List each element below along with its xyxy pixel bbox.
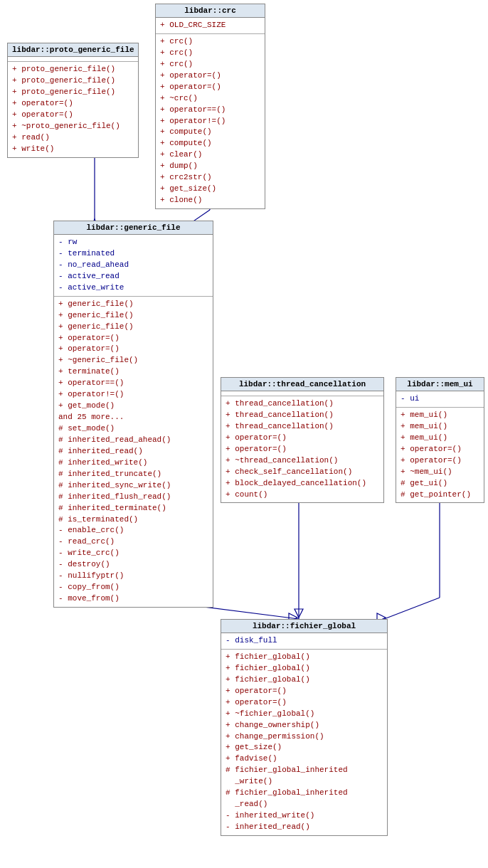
attr: - no_read_ahead bbox=[58, 260, 208, 271]
method: + change_ownership() bbox=[226, 720, 383, 731]
class-fichier-global: libdar::fichier_global - disk_full + fic… bbox=[221, 619, 388, 836]
method: + generic_file() bbox=[58, 322, 208, 333]
class-crc: libdar::crc + OLD_CRC_SIZE + crc() + crc… bbox=[155, 4, 265, 209]
class-proto-generic-file: libdar::proto_generic_file + proto_gener… bbox=[7, 43, 139, 158]
class-title-crc: libdar::crc bbox=[156, 4, 265, 18]
method: + operator=() bbox=[226, 686, 383, 697]
method: # inherited_terminate() bbox=[58, 503, 208, 514]
method: + operator=() bbox=[58, 344, 208, 355]
method: + ~crc() bbox=[160, 93, 260, 105]
method: # set_mode() bbox=[58, 423, 208, 435]
class-section-attrs-crc: + OLD_CRC_SIZE bbox=[156, 18, 265, 34]
method: + crc() bbox=[160, 48, 260, 59]
method: + operator=() bbox=[12, 110, 134, 121]
method: + clear() bbox=[160, 149, 260, 161]
method: + clone() bbox=[160, 195, 260, 206]
method: + operator=() bbox=[160, 70, 260, 82]
method: + ~generic_file() bbox=[58, 355, 208, 366]
method: + mem_ui() bbox=[401, 410, 479, 421]
class-section-methods-crc: + crc() + crc() + crc() + operator=() + … bbox=[156, 34, 265, 208]
method: + fichier_global() bbox=[226, 663, 383, 674]
method: # is_terminated() bbox=[58, 514, 208, 526]
class-section-methods-fichier: + fichier_global() + fichier_global() + … bbox=[221, 650, 387, 835]
method: # fichier_global_inherited bbox=[226, 765, 383, 776]
method: # inherited_write() bbox=[58, 457, 208, 469]
attr: - ui bbox=[401, 393, 479, 405]
method: # inherited_read() bbox=[58, 446, 208, 457]
method: + fichier_global() bbox=[226, 652, 383, 663]
attr: - active_write bbox=[58, 282, 208, 294]
method: - enable_crc() bbox=[58, 525, 208, 536]
method: + operator!=() bbox=[160, 116, 260, 127]
method: # get_pointer() bbox=[401, 489, 479, 501]
class-section-attrs-generic: - rw - terminated - no_read_ahead - acti… bbox=[54, 235, 213, 297]
method: + ~proto_generic_file() bbox=[12, 121, 134, 132]
method: + proto_generic_file() bbox=[12, 75, 134, 87]
method: + crc2str() bbox=[160, 172, 260, 184]
method: + thread_cancellation() bbox=[226, 410, 379, 421]
method: + crc() bbox=[160, 36, 260, 48]
class-title-generic-file: libdar::generic_file bbox=[54, 221, 213, 235]
method: - read_crc() bbox=[58, 536, 208, 548]
method: and 25 more... bbox=[58, 412, 208, 423]
method: + thread_cancellation() bbox=[226, 421, 379, 433]
method: + ~fichier_global() bbox=[226, 709, 383, 720]
method: + operator=() bbox=[12, 98, 134, 110]
method: # inherited_flush_read() bbox=[58, 492, 208, 503]
method: + mem_ui() bbox=[401, 421, 479, 433]
method: - move_from() bbox=[58, 593, 208, 605]
class-thread-cancellation: libdar::thread_cancellation + thread_can… bbox=[221, 377, 384, 503]
method: _read() bbox=[226, 799, 383, 810]
method: + compute() bbox=[160, 127, 260, 138]
method: + mem_ui() bbox=[401, 433, 479, 444]
svg-line-12 bbox=[384, 598, 440, 619]
class-section-methods-proto: + proto_generic_file() + proto_generic_f… bbox=[8, 62, 138, 157]
method: + write() bbox=[12, 144, 134, 155]
method: + operator!=() bbox=[58, 389, 208, 401]
method: + proto_generic_file() bbox=[12, 87, 134, 98]
class-title-thread-cancellation: libdar::thread_cancellation bbox=[221, 378, 383, 391]
method: + get_mode() bbox=[58, 401, 208, 412]
class-section-attrs-mem: - ui bbox=[396, 391, 484, 408]
method: + change_permission() bbox=[226, 731, 383, 743]
method: + generic_file() bbox=[58, 299, 208, 310]
class-title-mem-ui: libdar::mem_ui bbox=[396, 378, 484, 391]
class-generic-file: libdar::generic_file - rw - terminated -… bbox=[53, 221, 213, 608]
class-section-methods-thread: + thread_cancellation() + thread_cancell… bbox=[221, 396, 383, 502]
method: + crc() bbox=[160, 59, 260, 70]
method: + terminate() bbox=[58, 366, 208, 378]
method: + fichier_global() bbox=[226, 674, 383, 686]
method: + operator=() bbox=[58, 333, 208, 344]
attr: - rw bbox=[58, 237, 208, 248]
method: + operator=() bbox=[401, 444, 479, 455]
method: + operator=() bbox=[226, 444, 379, 455]
attr: - active_read bbox=[58, 271, 208, 282]
method: + generic_file() bbox=[58, 310, 208, 322]
svg-marker-10 bbox=[295, 609, 303, 618]
class-title-proto-generic-file: libdar::proto_generic_file bbox=[8, 43, 138, 57]
method: - inherited_write() bbox=[226, 810, 383, 822]
class-section-attrs-proto bbox=[8, 57, 138, 62]
method: + get_size() bbox=[160, 184, 260, 195]
method: # get_ui() bbox=[401, 478, 479, 489]
method: - copy_from() bbox=[58, 582, 208, 593]
method: + block_delayed_cancellation() bbox=[226, 478, 379, 489]
class-section-methods-generic: + generic_file() + generic_file() + gene… bbox=[54, 297, 213, 607]
method: # inherited_sync_write() bbox=[58, 480, 208, 492]
method: - write_crc() bbox=[58, 548, 208, 559]
method: # fichier_global_inherited bbox=[226, 788, 383, 799]
method: + count() bbox=[226, 489, 379, 501]
method: + thread_cancellation() bbox=[226, 398, 379, 410]
method: _write() bbox=[226, 776, 383, 788]
method: - destroy() bbox=[58, 559, 208, 571]
method: + operator==() bbox=[160, 105, 260, 116]
method: + operator==() bbox=[58, 378, 208, 389]
class-mem-ui: libdar::mem_ui - ui + mem_ui() + mem_ui(… bbox=[396, 377, 484, 503]
method: + get_size() bbox=[226, 742, 383, 753]
class-section-methods-mem: + mem_ui() + mem_ui() + mem_ui() + opera… bbox=[396, 408, 484, 503]
method: + dump() bbox=[160, 161, 260, 172]
method: + ~mem_ui() bbox=[401, 467, 479, 478]
attr: - disk_full bbox=[226, 635, 383, 647]
method: - nullifyptr() bbox=[58, 571, 208, 582]
method: + operator=() bbox=[160, 82, 260, 93]
